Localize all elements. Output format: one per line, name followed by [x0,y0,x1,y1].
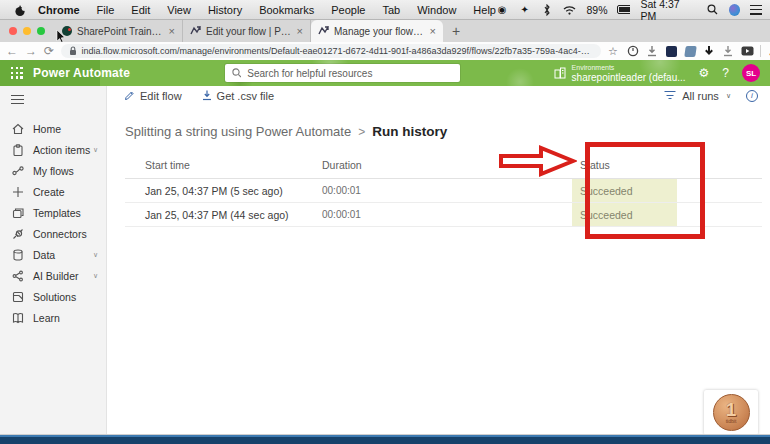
reload-button[interactable]: ⟳ [44,45,54,57]
extension-icons: ⋮ [627,45,770,58]
sidebar-item-home[interactable]: Home [0,118,106,139]
pencil-icon [124,90,135,101]
close-tab-icon[interactable]: × [430,25,436,37]
cell-duration: 00:00:01 [322,203,572,226]
timer-extension-icon[interactable] [627,45,640,58]
edit-flow-button[interactable]: Edit flow [124,90,182,102]
app-status-icon[interactable]: ✦ [518,3,531,16]
run-history-table: Start time Duration Status Jan 25, 04:37… [125,152,762,227]
close-window-button[interactable] [9,27,17,35]
video-player-bar[interactable] [0,434,770,444]
menu-view[interactable]: View [167,4,191,16]
menu-window[interactable]: Window [417,4,456,16]
sidebar-item-my-flows[interactable]: My flows [0,160,106,181]
settings-gear-icon[interactable]: ⚙ [699,66,710,80]
menu-bookmarks[interactable]: Bookmarks [259,4,314,16]
menubar-clock[interactable]: Sat 4:37 PM [640,0,696,22]
breadcrumb-flow-link[interactable]: Splitting a string using Power Automate [125,124,351,139]
edit-flow-label: Edit flow [140,90,182,102]
sidebar-item-label: Data [33,249,55,261]
breadcrumb-separator: > [358,125,365,139]
get-csv-button[interactable]: Get .csv file [202,90,274,102]
waffle-icon[interactable] [11,67,23,79]
tab-title: Manage your flows | Power Au [334,26,425,37]
menu-tab[interactable]: Tab [382,4,400,16]
battery-percent: 89% [586,4,607,16]
chevron-down-icon[interactable]: ∨ [726,92,731,100]
environment-icon [554,67,566,79]
tab-manage-your-flows[interactable]: Manage your flows | Power Au × [311,20,443,42]
get-csv-label: Get .csv file [217,90,274,102]
table-header-row: Start time Duration Status [125,152,762,179]
product-title[interactable]: Power Automate [33,66,130,80]
back-button[interactable]: ← [6,45,18,57]
plus-icon [11,185,24,198]
sidebar-item-label: Solutions [33,291,76,303]
column-header-duration[interactable]: Duration [322,159,572,171]
menu-people[interactable]: People [331,4,365,16]
search-input[interactable] [247,68,453,79]
menu-file[interactable]: File [97,4,115,16]
status-badge: Succeeded [572,203,677,226]
close-tab-icon[interactable]: × [297,25,303,37]
table-row[interactable]: Jan 25, 04:37 PM (44 sec ago) 00:00:01 S… [125,203,762,227]
apple-icon[interactable] [14,4,28,16]
tab-edit-your-flow[interactable]: Edit your flow | Power Automat × [183,20,311,42]
all-runs-filter[interactable]: All runs [682,90,719,102]
menu-help[interactable]: Help [473,4,496,16]
save-extension-icon[interactable] [722,45,735,58]
video-extension-icon[interactable] [741,45,754,58]
screen-record-icon[interactable]: ◉ [496,3,509,16]
sidebar-item-connectors[interactable]: Connectors [0,223,106,244]
environment-picker[interactable]: Environments sharepointleader (defau... [554,64,686,83]
bluetooth-icon[interactable] [541,3,554,16]
user-avatar[interactable]: SL [742,64,760,82]
sidebar-item-templates[interactable]: Templates [0,202,106,223]
notes-extension-icon[interactable] [684,45,697,58]
menu-chrome[interactable]: Chrome [38,4,80,16]
dark-arrow-extension-icon[interactable] [703,45,716,58]
spotlight-search-icon[interactable] [706,3,719,16]
sidebar-item-action-items[interactable]: Action items ∨ [0,139,106,160]
sidebar-item-learn[interactable]: Learn [0,307,106,328]
templates-icon [11,206,24,219]
close-tab-icon[interactable]: × [169,25,175,37]
sidebar-collapse-icon[interactable] [11,95,24,104]
chevron-down-icon: ∨ [93,272,98,280]
column-header-status[interactable]: Status [572,159,677,171]
cell-duration: 00:00:01 [322,179,572,202]
tab-sharepoint-training[interactable]: SharePoint Training × [55,20,183,42]
sidebar-item-ai-builder[interactable]: AI Builder ∨ [0,265,106,286]
forward-button[interactable]: → [25,45,37,57]
clipboard-icon [11,143,24,156]
siri-icon[interactable] [729,4,741,16]
window-controls [0,20,55,42]
help-icon[interactable]: ? [722,66,729,80]
screen: Chrome File Edit View History Bookmarks … [0,0,770,444]
notification-center-icon[interactable] [750,5,762,15]
sidebar-item-create[interactable]: Create [0,181,106,202]
toolbar-right: All runs ∨ i [664,90,758,102]
screenshot-extension-icon[interactable] [665,45,678,58]
ssl-lock-icon[interactable] [69,46,76,56]
table-row[interactable]: Jan 25, 04:37 PM (5 sec ago) 00:00:01 Su… [125,179,762,203]
minimize-window-button[interactable] [23,27,31,35]
new-tab-button[interactable]: + [443,20,469,42]
info-icon[interactable]: i [746,90,758,102]
tidbit-number: 1 [726,401,737,418]
menu-history[interactable]: History [208,4,242,16]
macos-menubar: Chrome File Edit View History Bookmarks … [0,0,770,20]
zoom-window-button[interactable] [37,27,45,35]
download-extension-icon[interactable] [646,45,659,58]
connectors-icon [11,227,24,240]
page-title: Run history [372,124,447,139]
header-search-box[interactable] [225,64,460,82]
bookmark-star-icon[interactable]: ☆ [608,45,618,58]
wifi-icon[interactable] [563,3,576,16]
column-header-start-time[interactable]: Start time [125,159,322,171]
sidebar-item-solutions[interactable]: Solutions [0,286,106,307]
sidebar-item-data[interactable]: Data ∨ [0,244,106,265]
omnibox[interactable]: india.flow.microsoft.com/manage/environm… [61,44,601,58]
sidebar-item-label: Connectors [33,228,87,240]
menu-edit[interactable]: Edit [131,4,150,16]
